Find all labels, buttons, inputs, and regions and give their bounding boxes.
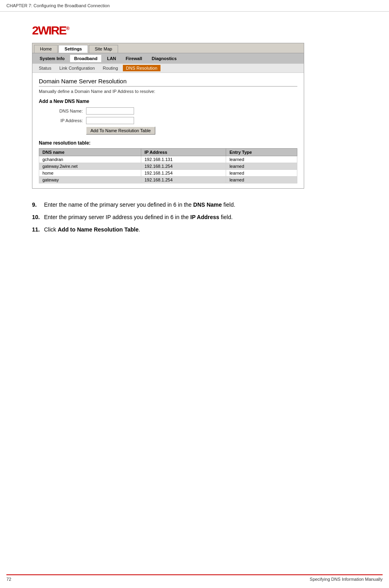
col-entry-type: Entry Type xyxy=(226,149,297,156)
router-content: Domain Name Server Resolution Manually d… xyxy=(32,73,304,188)
type-cell: learned xyxy=(226,156,297,163)
dns-cell: gateway.2wire.net xyxy=(39,163,141,170)
dns-cell: gchandran xyxy=(39,156,141,163)
table-section-title: Name resolution table: xyxy=(39,140,297,146)
instruction-9-num: 9. xyxy=(32,201,44,209)
dns-cell: gateway xyxy=(39,177,141,183)
add-dns-title: Add a New DNS Name xyxy=(39,99,297,104)
nav-lan[interactable]: LAN xyxy=(103,55,120,62)
router-sub-nav: Status Link Configuration Routing DNS Re… xyxy=(32,64,304,73)
dns-table: DNS name IP Address Entry Type gchandran… xyxy=(39,148,297,183)
instruction-9: 9. Enter the name of the primary server … xyxy=(32,201,357,209)
dns-name-input[interactable] xyxy=(86,107,134,115)
dns-cell: home xyxy=(39,170,141,177)
footer-page-number: 72 xyxy=(6,577,11,582)
instruction-11-text: Click Add to Name Resolution Table. xyxy=(44,226,140,234)
chapter-title: CHAPTER 7: Configuring the Broadband Con… xyxy=(6,3,110,8)
ip-cell: 192.168.1.254 xyxy=(141,170,226,177)
ip-address-row: IP Address: xyxy=(39,117,297,124)
subnav-dns-resolution[interactable]: DNS Resolution xyxy=(123,65,160,71)
ip-address-input[interactable] xyxy=(86,117,134,124)
instructions: 9. Enter the name of the primary server … xyxy=(32,201,357,234)
dns-name-row: DNS Name: xyxy=(39,107,297,115)
nav-firewall[interactable]: Firewall xyxy=(122,55,146,62)
browser-tabs: Home Settings Site Map xyxy=(32,43,304,53)
footer-page-title: Specifying DNS Information Manually xyxy=(310,577,383,582)
instruction-10-text: Enter the primary server IP address you … xyxy=(44,213,233,222)
section-title: Domain Name Server Resolution xyxy=(39,78,297,87)
table-header-row: DNS name IP Address Entry Type xyxy=(39,149,297,156)
subnav-status[interactable]: Status xyxy=(36,65,54,71)
instruction-11: 11. Click Add to Name Resolution Table. xyxy=(32,226,357,234)
nav-broadband[interactable]: Broadband xyxy=(70,55,101,62)
table-row: home 192.168.1.254 learned xyxy=(39,170,297,177)
page-footer: 72 Specifying DNS Information Manually xyxy=(6,574,383,582)
subnav-link-config[interactable]: Link Configuration xyxy=(56,65,98,71)
add-to-table-button[interactable]: Add To Name Resolution Table xyxy=(86,127,155,135)
table-row: gchandran 192.168.1.131 learned xyxy=(39,156,297,163)
table-row: gateway 192.168.1.254 learned xyxy=(39,177,297,183)
page-header: CHAPTER 7: Configuring the Broadband Con… xyxy=(0,0,389,12)
router-ui: System Info Broadband LAN Firewall Diagn… xyxy=(32,53,304,188)
subnav-routing[interactable]: Routing xyxy=(100,65,121,71)
type-cell: learned xyxy=(226,163,297,170)
tab-settings[interactable]: Settings xyxy=(58,45,88,53)
type-cell: learned xyxy=(226,170,297,177)
type-cell: learned xyxy=(226,177,297,183)
instruction-9-text: Enter the name of the primary server you… xyxy=(44,201,235,209)
main-content: 2WIRE® Home Settings Site Map System Inf… xyxy=(0,12,389,250)
dns-name-label: DNS Name: xyxy=(47,109,83,113)
brand-logo: 2WIRE® xyxy=(32,24,69,37)
instruction-10-num: 10. xyxy=(32,213,44,222)
ip-address-label: IP Address: xyxy=(47,118,83,123)
table-row: gateway.2wire.net 192.168.1.254 learned xyxy=(39,163,297,170)
ip-cell: 192.168.1.131 xyxy=(141,156,226,163)
instruction-11-num: 11. xyxy=(32,226,44,234)
nav-system-info[interactable]: System Info xyxy=(36,55,68,62)
col-ip-address: IP Address xyxy=(141,149,226,156)
browser-frame: Home Settings Site Map System Info Broad… xyxy=(32,43,304,189)
ip-cell: 192.168.1.254 xyxy=(141,177,226,183)
section-subtitle: Manually define a Domain Name and IP Add… xyxy=(39,89,297,94)
tab-sitemap[interactable]: Site Map xyxy=(89,45,118,53)
tab-home[interactable]: Home xyxy=(34,45,58,53)
instruction-10: 10. Enter the primary server IP address … xyxy=(32,213,357,222)
col-dns-name: DNS name xyxy=(39,149,141,156)
ip-cell: 192.168.1.254 xyxy=(141,163,226,170)
logo-container: 2WIRE® xyxy=(32,24,357,37)
nav-diagnostics[interactable]: Diagnostics xyxy=(148,55,180,62)
router-main-nav: System Info Broadband LAN Firewall Diagn… xyxy=(32,53,304,64)
